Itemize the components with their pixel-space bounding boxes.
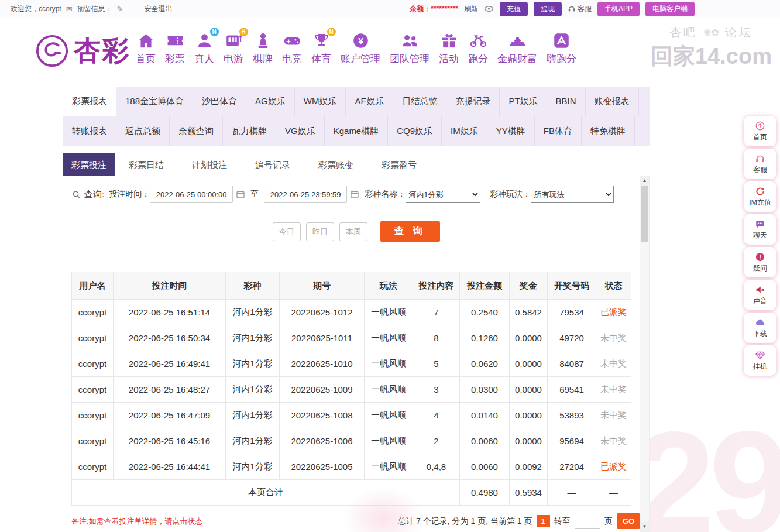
refresh-link[interactable]: 刷新 [464,4,478,14]
end-time-input[interactable] [264,186,347,203]
side-btn-service[interactable]: 客服 [744,149,776,179]
balance-label: 余额： [410,5,431,13]
tab-row2-7[interactable]: IM娱乐 [442,116,487,146]
summary-label: 本页合计 [72,480,460,506]
subtab-3[interactable]: 追号记录 [241,153,304,176]
side-btn-im-recharge[interactable]: IM充值 [744,181,776,212]
tab-row1-4[interactable]: WM娱乐 [295,87,346,116]
site-logo[interactable]: 杏彩 [35,33,130,69]
goto-page-input[interactable] [575,514,600,529]
calendar-icon[interactable] [350,190,359,199]
mobile-app-button[interactable]: 手机APP [597,2,640,16]
scroll-thumb[interactable] [641,186,648,242]
tab-row2-3[interactable]: 瓦力棋牌 [223,116,276,146]
tab-row2-8[interactable]: YY棋牌 [487,116,535,146]
tab-row2-6[interactable]: CQ9娱乐 [388,116,442,146]
service-link[interactable]: 客服 [568,4,592,14]
logout-link[interactable]: 安全退出 [145,4,173,14]
tab-row2-9[interactable]: FB体育 [535,116,582,146]
tab-row1-2[interactable]: 沙巴体育 [193,87,246,116]
side-btn-sound[interactable]: 声音 [744,280,776,310]
subtab-5[interactable]: 彩票盈亏 [367,153,431,176]
go-button[interactable]: GO [617,513,640,529]
nav-item-paofen[interactable]: 跑分 [463,30,493,66]
scroll-down-arrow[interactable]: ▼ [640,522,649,531]
status-cell[interactable]: 未中奖 [596,428,631,454]
table-row: ccorypt2022-06-25 16:50:34河内1分彩20220625-… [72,325,631,351]
nav-item-board-games[interactable]: 棋牌 [248,30,277,66]
tab-row1-3[interactable]: AG娱乐 [246,87,295,116]
today-button[interactable]: 今日 [273,222,301,241]
play-select[interactable]: 所有玩法 [531,186,614,203]
nav-item-hi-paofen[interactable]: 嗨跑分 [542,30,581,66]
tab-row1-7[interactable]: 充提记录 [446,87,500,116]
nav-item-account[interactable]: ¥账户管理 [336,30,385,66]
status-cell[interactable]: 已派奖 [596,300,631,325]
side-btn-question[interactable]: 疑问 [744,247,776,277]
ticket-icon [166,30,184,50]
side-btn-download[interactable]: 下载 [744,313,776,343]
nav-item-esports[interactable]: 电竞 [277,30,307,66]
table-row: ccorypt2022-06-25 16:45:16河内1分彩20220625-… [72,428,631,454]
scrollbar[interactable]: ▲ ▼ [640,176,650,532]
tab-row2-10[interactable]: 特免棋牌 [582,116,635,146]
nav-item-live[interactable]: N真人 [190,30,219,66]
subtab-4[interactable]: 彩票账变 [304,153,367,176]
subtab-1[interactable]: 彩票日结 [115,153,178,176]
play-type-label: 彩种玩法： [490,189,531,200]
side-btn-chat[interactable]: 聊天 [744,214,776,245]
side-btn-home-top[interactable]: 首页 [744,116,776,146]
logo-icon [35,34,69,68]
cell: 0.0140 [460,403,510,428]
cell: ccorypt [72,377,114,403]
current-page-badge[interactable]: 1 [537,515,550,527]
flower-icon: ❀✿ [703,27,719,38]
subtab-2[interactable]: 计划投注 [178,153,241,176]
nav-item-activity[interactable]: 活动 [434,30,463,66]
nav-item-team[interactable]: 团队管理 [385,30,434,66]
yesterday-button[interactable]: 昨日 [306,222,334,241]
nav-badge: N [210,28,219,36]
tab-row1-5[interactable]: AE娱乐 [346,87,393,116]
status-cell[interactable]: 未中奖 [596,351,631,377]
cell: 0.0000 [510,377,548,403]
tab-row1-6[interactable]: 日结总览 [393,87,446,116]
tab-row1-1[interactable]: 188金宝博体育 [116,87,193,116]
tab-row2-4[interactable]: VG娱乐 [276,116,325,146]
tab-row2-2[interactable]: 余额查询 [170,116,223,146]
status-cell[interactable]: 未中奖 [596,377,631,403]
side-btn-hangup[interactable]: 挂机 [744,345,776,376]
edit-icon[interactable]: ✎ [117,5,123,13]
nav-item-lottery[interactable]: 彩票 [160,30,190,66]
summary-prize: 0.5934 [510,480,548,506]
lottery-select[interactable]: 河内1分彩 [406,186,480,203]
tab-row2-0[interactable]: 转账报表 [63,116,116,146]
nav-item-wealth[interactable]: 金鼎财富 [493,30,542,66]
tab-row1-9[interactable]: BBIN [547,87,586,116]
status-cell[interactable]: 未中奖 [596,403,631,428]
nav-item-home[interactable]: 首页 [131,30,160,66]
eye-icon[interactable] [484,5,494,12]
subtab-0[interactable]: 彩票投注 [63,153,115,176]
tab-row1-8[interactable]: PT娱乐 [500,87,547,116]
cell: 27204 [548,454,596,480]
recharge-button[interactable]: 充值 [500,2,528,16]
tab-row2-1[interactable]: 返点总额 [116,116,170,146]
tab-row1-0[interactable]: 彩票报表 [63,87,116,116]
nav-item-sports[interactable]: N体育 [307,30,336,66]
scroll-up-arrow[interactable]: ▲ [640,176,649,186]
calendar-icon[interactable] [236,190,245,199]
status-cell[interactable]: 已派奖 [596,454,631,480]
withdraw-button[interactable]: 提现 [534,2,562,16]
pc-client-button[interactable]: 电脑客户端 [645,2,695,16]
column-header-5: 投注内容 [413,272,460,300]
week-button[interactable]: 本周 [339,222,367,241]
tab-row1-10[interactable]: 账变报表 [586,87,639,116]
start-time-input[interactable] [150,186,233,203]
nav-item-egames[interactable]: H电游 [219,30,248,66]
tab-row2-5[interactable]: Kgame棋牌 [325,116,389,146]
message-icon[interactable]: ✉ [66,5,73,13]
site-header: 杏彩 首页彩票N真人H电游棋牌电竞N体育¥账户管理团队管理活动跑分金鼎财富嗨跑分… [0,18,780,87]
search-button[interactable]: 查 询 [380,221,440,242]
status-cell[interactable]: 未中奖 [596,325,631,351]
